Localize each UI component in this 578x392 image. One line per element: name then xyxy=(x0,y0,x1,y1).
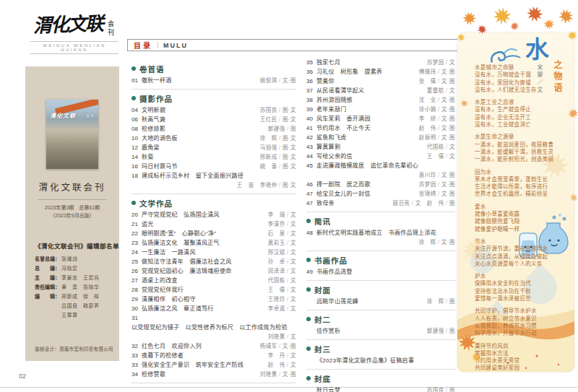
entry-title: 鲨鱼和飞虎 xyxy=(316,133,350,142)
entry-author: 王 苗 李晓仲 / 图·文 xyxy=(237,180,296,190)
staff-names: 黄 勇 张晓华 xyxy=(61,282,100,292)
entry-author: 董雷航 / 文 xyxy=(427,86,455,95)
entry-author: 郭建强 / 图 xyxy=(427,326,455,336)
entry-page-number: 08 xyxy=(131,124,142,134)
entry-page-number: 16 xyxy=(131,162,142,171)
water-poem-panel: 水 之物语 宋聊／文 水是城市之命脉没有水，万物就会干涸没有水，家园化为废墟没有… xyxy=(457,32,574,372)
poem-line: 节水 xyxy=(475,238,570,245)
poem-line: 因为水 xyxy=(475,169,570,176)
entry-author: 马旭强 / 图·文 xyxy=(260,143,296,152)
masthead: 渭化文联 会刊 WEIHUA WENLIAN HUIKAN xyxy=(30,16,118,54)
entry-title: 弘扬廉洁文化 凝聚清风正气 xyxy=(142,238,223,248)
entry-title: 大地的调色板 xyxy=(142,134,181,143)
entry-page-number: 26 xyxy=(131,266,142,276)
toc-entry: 49 书画作品选登 xyxy=(306,267,455,276)
poem-stanza: 护水保障用水安全利在当代坚持依法治水功在千秋爱惜每一滴水泽被后世 xyxy=(475,273,570,302)
editorial-staff-title: 《渭化文联会刊》编辑部名单 xyxy=(35,241,119,250)
entry-title: 给宝贝女儿的一封信 xyxy=(316,189,374,199)
toc-entry: 01 敬秋一杯酒 姚俊琪 / 文·图 xyxy=(131,76,296,85)
entry-title: 秋菊 xyxy=(142,152,157,162)
entry-author: 徐 辉 / 文·图 xyxy=(419,238,455,247)
toc-entry: 39 老年来敲门 徐小娟 / 文·图 xyxy=(306,105,455,114)
toc-entry: 47 致母亲 聂汨亮 / 文 赵 伟 / 图 xyxy=(306,199,455,208)
poem-stanza: 因为水草木才会葱笼青翠，蓬勃生长生活才能得以所需，有序进行世界才会生机盎然，精彩… xyxy=(475,169,570,199)
entry-title: 独家七月 xyxy=(316,58,343,67)
entry-page-number: 04 xyxy=(131,105,142,115)
entry-author: 徐小娟 / 文·图 xyxy=(419,105,455,114)
editorial-staff-list: 名誉总编： 张增战 总 编： 冯晓宏 主 编： 李景忠 王宏兵 责任编辑： 黄 … xyxy=(35,254,119,320)
staff-names: 张增战 xyxy=(61,254,78,263)
toc-entry: 08 检修掠影 郭建强 / 图 xyxy=(131,124,296,134)
entry-author: 徐 辉 / 图 xyxy=(427,297,455,306)
toc-entry: 42 鲨鱼和飞虎 赵振明 / 文·图 xyxy=(306,133,455,142)
staff-role: 名誉总编： xyxy=(35,254,61,263)
poem-line: 一滴水，能滋润麦田，收获粮食 xyxy=(475,141,570,149)
poem-line: 一滴水，能缓解干渴，拯救生灵 xyxy=(475,149,570,156)
toc-entry: 43 算黄算割 代国栋 / 文 xyxy=(306,142,455,152)
entry-page-number: 49 xyxy=(306,267,316,276)
entry-author: 沈 业 / 文·图 xyxy=(419,95,455,105)
toc-entry: 18 建成标杆示范乡村 留下全面振兴路径 王 苗 李晓仲 / 图·文 xyxy=(131,171,296,190)
entry-author: 袁川玲 / 文·图 xyxy=(419,170,455,180)
section-bullet-icon xyxy=(306,317,311,321)
toc-entry: 04 文明新貌 苏国良 / 图·文 xyxy=(131,105,296,115)
poem-line: 关注开源节流，重在合理用水 xyxy=(475,245,570,253)
staff-names: 冯晓宏 xyxy=(61,263,78,273)
toc-entry: 37 从民谣看渭华起义 董雷航 / 文 xyxy=(306,86,455,95)
maple-leaf-icon xyxy=(461,10,478,27)
entry-title: 夜幕下的检修者 xyxy=(142,351,186,360)
staff-row: 编 辑： 邢新成 徐 辉 xyxy=(35,292,119,301)
toc-entry: 46 择一剧院 居之而歌 苏梦园 / 文·图 xyxy=(306,180,455,189)
entry-title: 佳作赏析 xyxy=(316,326,343,336)
section-title: 封二 xyxy=(314,314,331,325)
entry-title: 文明新貌 xyxy=(142,105,168,115)
entry-author: 孙 卓 / 文 xyxy=(268,257,296,266)
poem-line: 关注点点滴滴，从细微处做起 xyxy=(475,253,570,261)
poem-line: 坚持依法治水功在千秋 xyxy=(475,288,570,295)
entry-author: 刘晓景 / 文·图 xyxy=(260,370,296,379)
section-bullet-icon xyxy=(131,66,136,71)
entry-page-number: 01 xyxy=(131,76,142,85)
divider xyxy=(306,339,455,340)
toc-entry: 22 眼明剔透“宽” 心静剔心“净” 石 泉 / 文 xyxy=(131,229,296,238)
design-credit: 装帧设计：渭南市宏利印务有限公司 xyxy=(35,345,113,352)
cover-thumbnail: 渭化文联 会刊 xyxy=(46,100,98,169)
toc-entry: 35 独家七月 苏梦园 / 文 xyxy=(306,58,455,67)
entry-author: 刘晓景 / 文 xyxy=(268,332,296,341)
toc-entry: 47 给宝贝女儿的一封信 张锦绣 / 文·图 xyxy=(306,189,455,199)
entry-title: 鹿角梁 xyxy=(142,143,163,152)
poem-title: 水 xyxy=(525,38,549,62)
section-bullet-icon xyxy=(306,219,311,223)
journal-title: 渭化文联会刊 xyxy=(25,180,119,193)
staff-names: 吕国良 韩夏荠 xyxy=(61,301,100,310)
toc-entry: 44 写给父亲的信 王 倩 / 文 xyxy=(306,152,455,161)
entry-title: 老年来敲门 xyxy=(316,105,350,114)
divider xyxy=(306,310,455,310)
toc-entry: 《2023年渭化文联作品集》征稿启事 xyxy=(306,356,455,365)
staff-role xyxy=(35,310,61,320)
poem-line: 科学用水，开展节水行动 xyxy=(475,330,570,337)
toc-entry: 28 党规党纪伴我行 王 倩 / 文 xyxy=(131,285,296,295)
toc-entry: 34 检修赞歌 刘晓景 / 文·图 xyxy=(131,370,296,379)
entry-title: 强化安全生产意识 筑牢安全生产防线 xyxy=(142,360,246,370)
entry-page-number: 33 xyxy=(131,351,142,360)
toc-entry: 36 习礼仪 树形象 提素养 傅瑜玮 / 文·图 xyxy=(306,67,455,77)
toc-entry: 10 大地的调色板 徐 辉 / 图·文 xyxy=(131,134,296,143)
entry-title: 节约用水 不止今天 xyxy=(316,123,374,133)
entry-author: 王晓玲 / 文 xyxy=(268,295,296,304)
entry-page-number: 27 xyxy=(131,276,142,285)
section-bullet-icon xyxy=(306,258,311,262)
poem-stanza: 水是生命之源泉一滴水，能滋润麦田，收获粮食一滴水，能缓解干渴，拯救生灵一滴水，能… xyxy=(475,134,570,163)
section-title: 封底 xyxy=(314,373,331,384)
divider xyxy=(158,42,158,48)
divider xyxy=(131,383,296,383)
staff-row: 责任编辑： 黄 勇 张晓华 xyxy=(35,282,119,292)
entry-title: 以党规党纪为镜子 以党性修养为标尺 以工作成效为检验 xyxy=(131,323,290,332)
toc-entry: 40 风车茉莉 香开满园 李 妍 / 文·图 xyxy=(306,114,455,123)
entry-page-number: 18 xyxy=(131,171,142,180)
entry-page-number: 29 xyxy=(131,295,142,304)
section-bullet-icon xyxy=(131,201,136,205)
entry-page-number: 21 xyxy=(131,219,142,229)
entry-title: 习礼仪 树形象 提素养 xyxy=(316,67,385,77)
divider xyxy=(131,193,296,194)
